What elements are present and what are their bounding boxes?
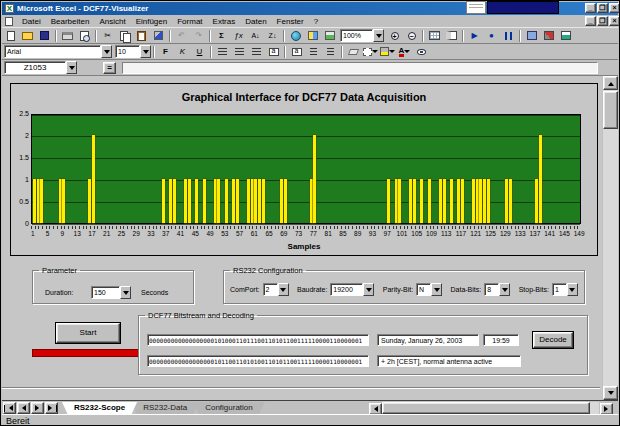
font-name-combobox[interactable]: Arial: [4, 45, 112, 58]
decode-button[interactable]: Decode: [533, 332, 573, 348]
rs232-field-0-dropdown-arrow-icon[interactable]: [278, 283, 289, 296]
workbook-close-button[interactable]: ×: [609, 16, 620, 26]
rs232-field-3-dropdown-arrow-icon[interactable]: [499, 283, 510, 296]
rs232-field-1-combobox[interactable]: 19200: [330, 283, 374, 296]
decoded-date-field[interactable]: Sunday, January 26, 2003: [377, 334, 479, 346]
save-icon[interactable]: [37, 29, 52, 42]
sort-ascending-icon[interactable]: A↓: [248, 29, 263, 42]
dcf77-scope-chart[interactable]: Graphical Interface for DCF77 Data Acqui…: [10, 83, 598, 256]
edit-chart-icon[interactable]: [558, 29, 573, 42]
scroll-up-icon[interactable]: [603, 76, 618, 90]
align-right-button[interactable]: [249, 45, 264, 58]
font-size-dropdown-arrow-icon[interactable]: [140, 45, 151, 58]
menu-bearbeiten[interactable]: Bearbeiten: [46, 16, 95, 27]
visibility-icon[interactable]: [414, 45, 429, 58]
menu-ansicht[interactable]: Ansicht: [94, 16, 130, 27]
menu-fenster[interactable]: Fenster: [272, 16, 309, 27]
drawing-icon[interactable]: [322, 29, 337, 42]
menu-daten[interactable]: Daten: [240, 16, 271, 27]
sheet-tab-rs232-scope[interactable]: RS232-Scope: [62, 402, 137, 415]
bold-button[interactable]: F: [158, 45, 173, 58]
copy-icon[interactable]: [117, 29, 132, 42]
name-box[interactable]: Z1053: [4, 61, 66, 74]
decoded-time-field[interactable]: 19:59: [483, 334, 519, 346]
merge-across-icon[interactable]: [289, 45, 304, 58]
zoom-in-icon[interactable]: +: [387, 29, 402, 42]
bitstream-field-top[interactable]: 0000000000000000001010001101110011010110…: [147, 334, 369, 346]
formula-input[interactable]: [122, 62, 598, 74]
menu-format[interactable]: Format: [172, 16, 207, 27]
web-toolbar-icon[interactable]: [288, 29, 303, 42]
workbook-icon[interactable]: [5, 17, 13, 26]
properties-icon[interactable]: [541, 29, 556, 42]
rs232-field-3-combobox[interactable]: 8: [484, 283, 510, 296]
decrease-indent-icon[interactable]: [306, 45, 321, 58]
redo-icon[interactable]: ↷: [191, 29, 206, 42]
rs232-field-1-dropdown-arrow-icon[interactable]: [363, 283, 374, 296]
edit-formula-button[interactable]: =: [103, 62, 116, 74]
last-sheet-icon[interactable]: [45, 402, 58, 414]
print-icon[interactable]: [60, 29, 75, 42]
workbook-restore-button[interactable]: ❐: [597, 16, 608, 26]
font-size-combobox[interactable]: 10: [115, 45, 151, 58]
rs232-field-0-combobox[interactable]: 2: [263, 283, 289, 296]
gridlines-icon[interactable]: [427, 29, 442, 42]
rs232-field-4-combobox[interactable]: 1: [552, 283, 578, 296]
zoom-dropdown-arrow-icon[interactable]: [373, 29, 384, 42]
horizontal-scrollbar[interactable]: [382, 402, 599, 414]
horizontal-scroll-thumb[interactable]: [382, 402, 590, 414]
borders-dropdown-icon[interactable]: [363, 45, 378, 58]
rs232-field-4-dropdown-arrow-icon[interactable]: [567, 283, 578, 296]
zoom-out-icon[interactable]: −: [404, 29, 419, 42]
rs232-field-2-combobox[interactable]: N: [416, 283, 442, 296]
menu-?[interactable]: ?: [309, 16, 323, 27]
duration-combobox[interactable]: 150: [91, 286, 131, 299]
menu-datei[interactable]: Datei: [17, 16, 46, 27]
vertical-scrollbar[interactable]: [603, 76, 618, 400]
font-name-dropdown-arrow-icon[interactable]: [101, 45, 112, 58]
autosum-icon[interactable]: Σ: [214, 29, 229, 42]
duration-dropdown-arrow-icon[interactable]: [120, 286, 131, 299]
rs232-field-2-dropdown-arrow-icon[interactable]: [431, 283, 442, 296]
cut-icon[interactable]: ✂: [100, 29, 115, 42]
print-preview-icon[interactable]: [77, 29, 92, 42]
open-icon[interactable]: [20, 29, 35, 42]
new-document-icon[interactable]: [3, 29, 18, 42]
restore-button[interactable]: ❐: [597, 3, 608, 13]
format-painter-icon[interactable]: [151, 29, 166, 42]
minimize-button[interactable]: _: [585, 3, 596, 13]
eraser-icon[interactable]: [346, 45, 361, 58]
paste-icon[interactable]: [134, 29, 149, 42]
zoom-combobox[interactable]: 100%: [340, 29, 384, 42]
record-macro-icon[interactable]: ●: [484, 29, 499, 42]
menu-einfgen[interactable]: Einfügen: [131, 16, 173, 27]
align-center-button[interactable]: [232, 45, 247, 58]
align-left-button[interactable]: [215, 45, 230, 58]
increase-indent-icon[interactable]: [323, 45, 338, 58]
next-sheet-icon[interactable]: [31, 402, 44, 414]
timezone-status-field[interactable]: + 2h [CEST], normal antenna active: [377, 355, 521, 367]
page-layout-icon[interactable]: [444, 29, 459, 42]
menu-extras[interactable]: Extras: [208, 16, 241, 27]
sort-descending-icon[interactable]: Z↓: [265, 29, 280, 42]
run-macro-icon[interactable]: ▶: [467, 29, 482, 42]
undo-icon[interactable]: ↶: [174, 29, 189, 42]
paste-function-icon[interactable]: ƒx: [231, 29, 246, 42]
pause-macro-icon[interactable]: [501, 29, 516, 42]
font-color-dropdown-icon[interactable]: A: [397, 45, 412, 58]
name-box-dropdown-icon[interactable]: [66, 61, 77, 74]
bitstream-field-bottom[interactable]: 0000000000000000001011001101010011010110…: [147, 355, 369, 367]
close-button[interactable]: ×: [609, 3, 620, 13]
design-mode-icon[interactable]: [524, 29, 539, 42]
start-button[interactable]: Start: [56, 323, 120, 343]
vertical-scroll-thumb[interactable]: [603, 91, 618, 129]
workbook-minimize-button[interactable]: _: [585, 16, 596, 26]
fill-color-dropdown-icon[interactable]: [380, 45, 395, 58]
italic-button[interactable]: K: [175, 45, 190, 58]
merge-center-button[interactable]: [266, 45, 281, 58]
scroll-down-icon[interactable]: [603, 386, 618, 400]
map-icon[interactable]: [305, 29, 320, 42]
first-sheet-icon[interactable]: [3, 402, 16, 414]
excel-app-icon[interactable]: X: [5, 4, 14, 13]
previous-sheet-icon[interactable]: [17, 402, 30, 414]
